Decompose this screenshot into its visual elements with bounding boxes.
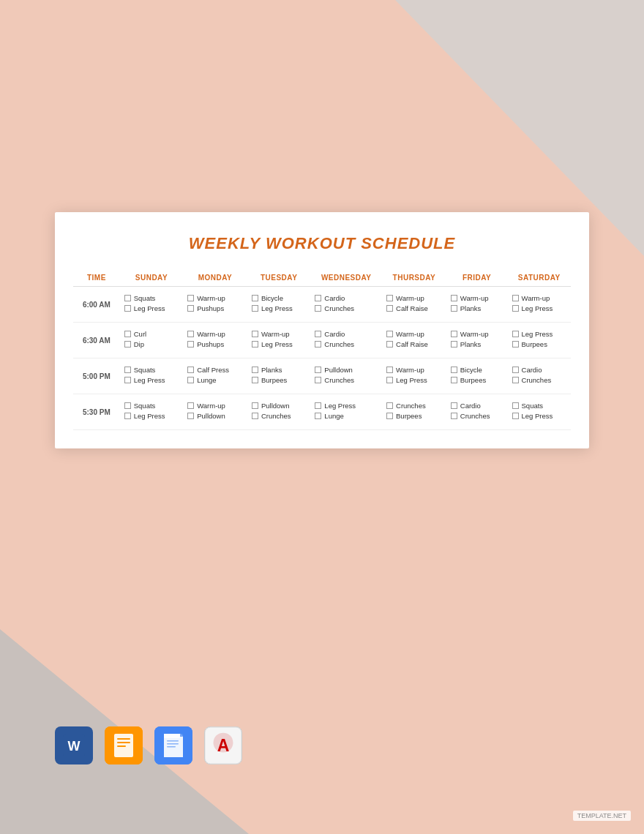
exercise-checkbox[interactable] — [252, 402, 258, 409]
exercise-item: Crunches — [315, 304, 378, 312]
exercise-label: Warm-up — [460, 294, 489, 302]
exercise-item: Leg Press — [512, 330, 566, 338]
exercise-checkbox[interactable] — [187, 341, 194, 348]
exercise-checkbox[interactable] — [252, 413, 258, 419]
exercise-item: Leg Press — [512, 304, 566, 312]
exercise-label: Leg Press — [134, 412, 165, 420]
time-cell-1: 6:30 AM — [73, 323, 120, 358]
cell-friday-2: BicycleBurpees — [446, 358, 508, 394]
exercise-checkbox[interactable] — [451, 367, 457, 373]
cell-tuesday-2: PlanksBurpees — [247, 358, 310, 394]
exercise-checkbox[interactable] — [187, 402, 194, 409]
cell-wednesday-3: Leg PressLunge — [310, 394, 382, 430]
exercise-checkbox[interactable] — [386, 341, 393, 348]
exercise-checkbox[interactable] — [512, 305, 519, 312]
exercise-label: Lunge — [324, 412, 343, 420]
exercise-checkbox[interactable] — [124, 413, 131, 419]
exercise-item: Pushups — [187, 304, 243, 312]
exercise-item: Leg Press — [124, 412, 179, 420]
exercise-checkbox[interactable] — [512, 341, 519, 348]
exercise-checkbox[interactable] — [451, 377, 457, 383]
cell-wednesday-1: CardioCrunches — [310, 323, 382, 358]
exercise-label: Leg Press — [134, 304, 165, 312]
exercise-checkbox[interactable] — [315, 341, 321, 348]
exercise-checkbox[interactable] — [187, 413, 194, 419]
exercise-checkbox[interactable] — [512, 377, 519, 383]
exercise-label: Squats — [522, 402, 544, 410]
exercise-checkbox[interactable] — [315, 331, 321, 337]
exercise-item: Warm-up — [386, 330, 442, 338]
exercise-checkbox[interactable] — [124, 295, 131, 301]
exercise-checkbox[interactable] — [315, 305, 321, 312]
exercise-item: Cardio — [315, 294, 378, 302]
exercise-checkbox[interactable] — [124, 377, 131, 383]
exercise-checkbox[interactable] — [252, 331, 258, 337]
svg-rect-11 — [167, 743, 179, 745]
exercise-checkbox[interactable] — [386, 377, 393, 383]
exercise-checkbox[interactable] — [187, 295, 194, 301]
exercise-checkbox[interactable] — [315, 367, 321, 373]
exercise-checkbox[interactable] — [315, 402, 321, 409]
exercise-checkbox[interactable] — [124, 341, 131, 348]
exercise-checkbox[interactable] — [315, 377, 321, 383]
exercise-checkbox[interactable] — [451, 413, 457, 419]
exercise-item: Cardio — [451, 402, 503, 410]
exercise-checkbox[interactable] — [512, 295, 519, 301]
cell-sunday-3: SquatsLeg Press — [120, 394, 183, 430]
exercise-checkbox[interactable] — [187, 367, 194, 373]
exercise-checkbox[interactable] — [315, 413, 321, 419]
exercise-checkbox[interactable] — [451, 341, 457, 348]
exercise-checkbox[interactable] — [124, 402, 131, 409]
exercise-label: Pulldown — [324, 366, 353, 374]
exercise-checkbox[interactable] — [187, 331, 194, 337]
exercise-checkbox[interactable] — [386, 413, 393, 419]
exercise-checkbox[interactable] — [512, 367, 519, 373]
exercise-checkbox[interactable] — [451, 305, 457, 312]
table-row: 5:30 PMSquatsLeg PressWarm-upPulldownPul… — [73, 394, 571, 430]
exercise-label: Leg Press — [261, 340, 293, 348]
exercise-checkbox[interactable] — [512, 331, 519, 337]
exercise-label: Leg Press — [134, 376, 165, 384]
exercise-label: Warm-up — [396, 294, 424, 302]
cell-thursday-1: Warm-upCalf Raise — [382, 323, 446, 358]
header-sunday: SUNDAY — [120, 269, 183, 287]
exercise-checkbox[interactable] — [451, 331, 457, 337]
cell-monday-0: Warm-upPushups — [183, 287, 247, 323]
schedule-table: TIME SUNDAY MONDAY TUESDAY WEDNESDAY THU… — [73, 269, 571, 430]
exercise-checkbox[interactable] — [252, 341, 258, 348]
svg-text:A: A — [217, 736, 230, 755]
exercise-checkbox[interactable] — [512, 402, 519, 409]
exercise-checkbox[interactable] — [386, 331, 393, 337]
exercise-checkbox[interactable] — [451, 402, 457, 409]
exercise-checkbox[interactable] — [451, 295, 457, 301]
exercise-checkbox[interactable] — [512, 413, 519, 419]
exercise-checkbox[interactable] — [315, 295, 321, 301]
exercise-checkbox[interactable] — [386, 367, 393, 373]
exercise-item: Leg Press — [252, 304, 306, 312]
exercise-checkbox[interactable] — [252, 377, 258, 383]
exercise-label: Crunches — [324, 340, 354, 348]
exercise-label: Bicycle — [261, 294, 283, 302]
exercise-checkbox[interactable] — [386, 402, 393, 409]
word-icon[interactable]: W — [55, 726, 93, 764]
exercise-label: Bicycle — [460, 366, 482, 374]
exercise-checkbox[interactable] — [252, 305, 258, 312]
exercise-checkbox[interactable] — [252, 367, 258, 373]
table-row: 6:00 AMSquatsLeg PressWarm-upPushupsBicy… — [73, 287, 571, 323]
exercise-label: Cardio — [324, 330, 345, 338]
exercise-checkbox[interactable] — [187, 305, 194, 312]
cell-thursday-2: Warm-upLeg Press — [382, 358, 446, 394]
exercise-checkbox[interactable] — [252, 295, 258, 301]
exercise-checkbox[interactable] — [124, 367, 131, 373]
exercise-checkbox[interactable] — [124, 331, 131, 337]
exercise-label: Lunge — [197, 376, 216, 384]
header-tuesday: TUESDAY — [247, 269, 310, 287]
exercise-item: Pulldown — [187, 412, 243, 420]
exercise-checkbox[interactable] — [187, 377, 194, 383]
exercise-checkbox[interactable] — [386, 305, 393, 312]
acrobat-icon[interactable]: A — [204, 726, 242, 764]
exercise-checkbox[interactable] — [124, 305, 131, 312]
exercise-checkbox[interactable] — [386, 295, 393, 301]
pages-icon[interactable] — [105, 726, 143, 764]
docs-icon[interactable] — [154, 726, 192, 764]
